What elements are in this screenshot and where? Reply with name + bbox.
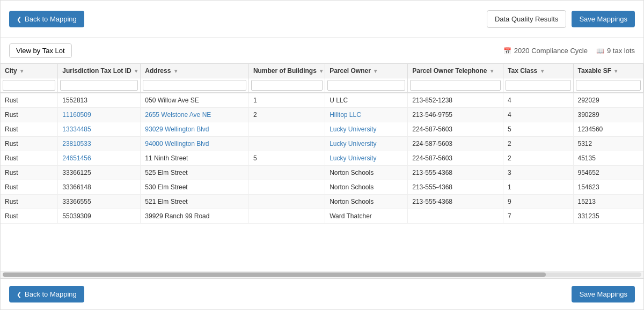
back-to-mapping-button-bottom[interactable]: Back to Mapping	[9, 286, 84, 302]
sort-icon-owner: ▾	[374, 68, 377, 74]
table-cell[interactable]: 93029 Wellington Blvd	[141, 122, 249, 137]
col-header-taxlot[interactable]: Jurisdiction Tax Lot ID ▾	[58, 64, 141, 78]
table-cell: 390289	[573, 108, 643, 122]
table-cell[interactable]: 94000 Wellington Blvd	[141, 137, 249, 151]
scrollbar-track	[3, 272, 641, 277]
table-cell: 521 Elm Street	[141, 195, 249, 209]
col-header-city[interactable]: City ▾	[1, 64, 58, 78]
table-cell-link[interactable]: 11160509	[62, 111, 91, 119]
table-cell[interactable]: Lucky University	[325, 137, 408, 151]
table-cell[interactable]: 23810533	[58, 137, 141, 151]
filter-taxclass[interactable]	[506, 80, 570, 91]
table-cell-link[interactable]: 93029 Wellington Blvd	[145, 126, 209, 133]
table-cell[interactable]: 13334485	[58, 122, 141, 137]
header-right: Data Quality Results Save Mappings	[487, 10, 635, 28]
filter-city[interactable]	[3, 80, 55, 91]
table-cell: 2	[503, 137, 573, 151]
horizontal-scrollbar[interactable]	[1, 271, 643, 278]
table-cell-link[interactable]: Lucky University	[330, 126, 376, 133]
table-cell	[248, 209, 325, 224]
table-cell-link[interactable]: Lucky University	[330, 140, 376, 147]
table-cell[interactable]: 2655 Welstone Ave NE	[141, 108, 249, 122]
table-cell: Norton Schools	[325, 195, 408, 209]
table-cell: Rust	[1, 137, 58, 151]
col-header-owner[interactable]: Parcel Owner ▾	[325, 64, 408, 78]
col-header-phone[interactable]: Parcel Owner Telephone ▾	[408, 64, 503, 78]
table-body: Rust1552813050 Willow Ave SE1U LLC213-85…	[1, 93, 643, 224]
toolbar-right: 2020 Compliance Cycle 9 tax lots	[503, 47, 635, 55]
table-cell: U LLC	[325, 93, 408, 108]
table-cell: 530 Elm Street	[141, 180, 249, 195]
table-row: Rust33366148530 Elm StreetNorton Schools…	[1, 180, 643, 195]
filter-buildings[interactable]	[251, 80, 323, 91]
table-cell: 224-587-5603	[408, 137, 503, 151]
table-cell-link[interactable]: 23810533	[62, 140, 91, 147]
table-cell-link[interactable]: 13334485	[62, 126, 91, 133]
col-header-taxsf[interactable]: Taxable SF ▾	[573, 64, 643, 78]
table-cell-link[interactable]: Lucky University	[330, 154, 376, 162]
table-cell-link[interactable]: 24651456	[62, 154, 91, 162]
filter-phone[interactable]	[410, 80, 501, 91]
filter-taxsf[interactable]	[576, 80, 641, 91]
table-cell: Rust	[1, 166, 58, 180]
table-cell: 154623	[573, 180, 643, 195]
table-cell[interactable]: Lucky University	[325, 151, 408, 166]
table-cell: 224-587-5603	[408, 122, 503, 137]
book-icon	[596, 47, 604, 55]
table-cell: 1552813	[58, 93, 141, 108]
back-to-mapping-button-top[interactable]: Back to Mapping	[9, 11, 84, 27]
table-cell[interactable]: Hilltop LLC	[325, 108, 408, 122]
table-cell: 33366125	[58, 166, 141, 180]
table-cell: 224-587-5603	[408, 151, 503, 166]
table-cell[interactable]: Lucky University	[325, 122, 408, 137]
table-cell-link[interactable]: Hilltop LLC	[330, 111, 361, 119]
table-cell: 213-555-4368	[408, 195, 503, 209]
table-container[interactable]: City ▾ Jurisdiction Tax Lot ID ▾ Address…	[1, 64, 643, 271]
table-cell: 292029	[573, 93, 643, 108]
table-cell: 2	[503, 151, 573, 166]
data-table: City ▾ Jurisdiction Tax Lot ID ▾ Address…	[1, 64, 643, 224]
table-cell: 5	[248, 151, 325, 166]
page-wrapper: Back to Mapping Data Quality Results Sav…	[0, 0, 644, 310]
table-cell: 1	[248, 93, 325, 108]
sort-icon-taxclass: ▾	[541, 68, 544, 74]
table-row: Rust1552813050 Willow Ave SE1U LLC213-85…	[1, 93, 643, 108]
view-by-tax-lot-tab[interactable]: View by Tax Lot	[9, 43, 72, 58]
save-mappings-button-bottom[interactable]: Save Mappings	[572, 286, 635, 302]
table-cell: 7	[503, 209, 573, 224]
table-cell: 213-555-4368	[408, 166, 503, 180]
table-cell: Norton Schools	[325, 180, 408, 195]
table-cell: 4	[503, 93, 573, 108]
col-header-address[interactable]: Address ▾	[141, 64, 249, 78]
table-cell: Rust	[1, 180, 58, 195]
table-row: Rust111605092655 Welstone Ave NE2Hilltop…	[1, 108, 643, 122]
table-row: Rust33366125525 Elm StreetNorton Schools…	[1, 166, 643, 180]
table-row: Rust1333448593029 Wellington BlvdLucky U…	[1, 122, 643, 137]
table-cell: 55039309	[58, 209, 141, 224]
data-quality-results-button[interactable]: Data Quality Results	[487, 10, 567, 28]
sort-icon-taxsf: ▾	[614, 68, 617, 74]
table-cell[interactable]: 24651456	[58, 151, 141, 166]
table-cell[interactable]: 11160509	[58, 108, 141, 122]
table-cell: 4	[503, 108, 573, 122]
save-mappings-button-top[interactable]: Save Mappings	[572, 11, 635, 27]
col-header-taxclass[interactable]: Tax Class ▾	[503, 64, 573, 78]
header: Back to Mapping Data Quality Results Sav…	[1, 1, 643, 38]
table-cell: 050 Willow Ave SE	[141, 93, 249, 108]
table-cell: 33366148	[58, 180, 141, 195]
table-cell: 213-852-1238	[408, 93, 503, 108]
scrollbar-thumb	[3, 272, 546, 277]
calendar-icon	[503, 47, 511, 55]
table-cell-link[interactable]: 2655 Welstone Ave NE	[145, 111, 211, 119]
compliance-cycle-info: 2020 Compliance Cycle	[503, 47, 588, 55]
table-cell-link[interactable]: 94000 Wellington Blvd	[145, 140, 209, 147]
col-header-buildings[interactable]: Number of Buildings ▾	[248, 64, 325, 78]
table-cell	[248, 166, 325, 180]
toolbar: View by Tax Lot 2020 Compliance Cycle 9 …	[1, 38, 643, 64]
table-cell: 3	[503, 166, 573, 180]
filter-owner[interactable]	[327, 80, 405, 91]
filter-taxlot[interactable]	[60, 80, 138, 91]
sort-icon-buildings: ▾	[320, 68, 323, 74]
filter-address[interactable]	[143, 80, 246, 91]
table-cell	[248, 195, 325, 209]
